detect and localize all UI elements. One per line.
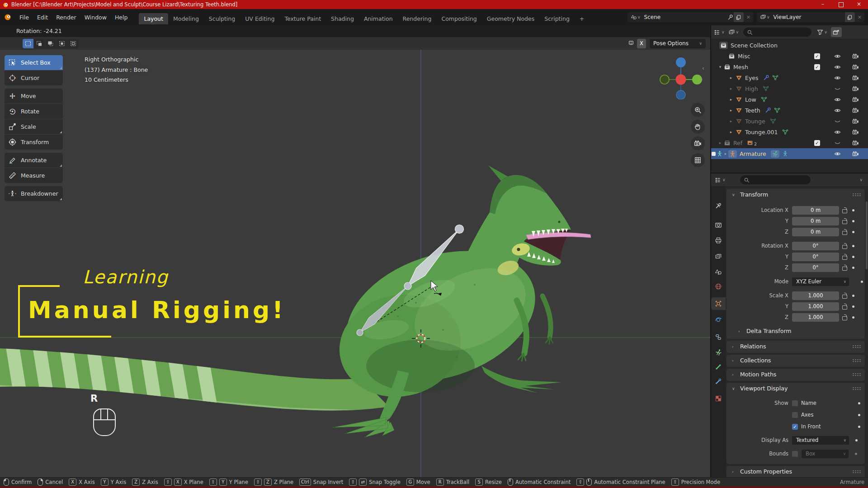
select-mode-invert-button[interactable] (57, 39, 67, 48)
tab-tool[interactable] (711, 200, 726, 212)
workspace-tab-compositing[interactable]: Compositing (436, 13, 481, 24)
menu-help[interactable]: Help (111, 13, 132, 22)
eye-icon[interactable] (834, 96, 841, 103)
expander-icon[interactable]: ▸ (723, 151, 728, 156)
tool-annotate[interactable]: Annotate (5, 153, 63, 168)
animate-dot[interactable] (852, 256, 854, 258)
camera-visibility-icon[interactable] (852, 75, 859, 81)
outliner-row-high[interactable]: ▸ High (711, 83, 868, 94)
tool-measure[interactable]: Measure (5, 168, 63, 183)
scale-y-field[interactable]: 1.000 (792, 302, 839, 311)
panel-grip-icon[interactable] (852, 359, 861, 362)
viewport-3d[interactable]: Right Orthographic (137) Armature : Bone… (0, 50, 710, 477)
lock-icon[interactable] (842, 254, 847, 260)
outliner-row-teeth[interactable]: ▸ Teeth (711, 105, 868, 116)
properties-options-chevron[interactable]: ∨ (859, 178, 863, 182)
animate-dot[interactable] (858, 426, 860, 428)
pose-options-dropdown[interactable]: Pose Options∨ (650, 39, 706, 48)
expander-icon[interactable]: ▸ (728, 119, 734, 123)
properties-search-input[interactable] (740, 175, 811, 184)
location-x-field[interactable]: 0 m (792, 206, 839, 215)
tool-move[interactable]: Move (5, 89, 63, 103)
animate-dot[interactable] (852, 220, 854, 222)
animate-dot[interactable] (852, 209, 854, 211)
animate-dot[interactable] (858, 402, 860, 404)
workspace-tab-geometry-nodes[interactable]: Geometry Nodes (482, 13, 539, 24)
animate-dot[interactable] (861, 281, 863, 283)
region-collapse-chevron[interactable]: ‹ (702, 65, 704, 71)
new-scene-button[interactable] (734, 12, 744, 22)
outliner-row-tounge[interactable]: ▸ Tounge (711, 116, 868, 127)
tab-output[interactable] (711, 234, 726, 247)
tool-transform[interactable]: Transform (5, 135, 63, 150)
eye-closed-icon[interactable] (834, 140, 841, 146)
menu-render[interactable]: Render (52, 13, 80, 22)
tab-render[interactable] (711, 219, 726, 231)
unlink-scene-button[interactable]: ✕ (744, 14, 753, 20)
outliner-row-misc[interactable]: Misc ✓ (711, 51, 868, 61)
animate-dot[interactable] (855, 453, 857, 455)
workspace-tab-modeling[interactable]: Modeling (168, 13, 204, 24)
camera-visibility-icon[interactable] (852, 107, 859, 114)
lock-icon[interactable] (842, 243, 847, 249)
animate-dot[interactable] (858, 414, 860, 416)
camera-visibility-icon[interactable] (852, 140, 859, 146)
outliner-search-input[interactable] (743, 28, 811, 37)
lock-icon[interactable] (842, 293, 847, 299)
new-view-layer-button[interactable] (845, 12, 855, 22)
tab-bone-constraints[interactable] (711, 375, 726, 388)
show-name-checkbox[interactable] (792, 400, 798, 406)
pin-icon[interactable] (727, 14, 734, 20)
camera-visibility-icon[interactable] (852, 96, 859, 103)
properties-scrollbar[interactable] (866, 202, 868, 269)
camera-visibility-icon[interactable] (852, 53, 859, 60)
rotation-y-field[interactable]: 0° (792, 253, 839, 261)
location-z-field[interactable]: 0 m (792, 228, 839, 236)
workspace-tab-animation[interactable]: Animation (359, 13, 398, 24)
tool-rotate[interactable]: Rotate (5, 104, 63, 119)
animate-dot[interactable] (852, 295, 854, 297)
eye-icon[interactable] (834, 75, 841, 81)
animate-dot[interactable] (855, 439, 858, 441)
eye-icon[interactable] (834, 107, 841, 114)
menu-edit[interactable]: Edit (33, 13, 52, 22)
tool-cursor[interactable]: Cursor (5, 70, 63, 85)
tab-object-constraints[interactable] (711, 331, 726, 343)
outliner-row-low[interactable]: ▸ Low (711, 94, 868, 105)
viewport-display-header[interactable]: ∨Viewport Display (726, 383, 865, 394)
view-layer-selector[interactable]: ∨ ViewLayer ✕ (757, 12, 864, 22)
scene-selector[interactable]: ∨ Scene ✕ (627, 12, 753, 22)
scale-z-field[interactable]: 1.000 (792, 313, 839, 322)
rotation-x-field[interactable]: 0° (792, 242, 839, 250)
tab-view-layer[interactable] (711, 250, 726, 263)
new-collection-button[interactable] (831, 27, 842, 37)
animate-dot[interactable] (852, 231, 854, 233)
scale-x-field[interactable]: 1.000 (792, 291, 839, 300)
relations-panel[interactable]: ›Relations (726, 341, 865, 353)
tool-select-box[interactable]: Select Box (5, 55, 63, 70)
tab-bone[interactable] (711, 361, 726, 373)
show-axes-checkbox[interactable] (792, 412, 798, 418)
display-as-dropdown[interactable]: Textured∨ (792, 436, 849, 445)
camera-visibility-icon[interactable] (852, 64, 859, 70)
eye-closed-icon[interactable] (834, 85, 841, 92)
select-mode-intersect-button[interactable] (68, 39, 79, 48)
outliner-filter-dropdown[interactable]: ∨ (817, 29, 827, 35)
collections-panel[interactable]: ›Collections (726, 355, 865, 367)
workspace-tab-uv-editing[interactable]: UV Editing (240, 13, 279, 24)
exclude-checkbox[interactable]: ✓ (814, 53, 820, 59)
tool-scale[interactable]: Scale (5, 119, 63, 134)
expander-icon[interactable]: ▸ (728, 130, 734, 134)
camera-visibility-icon[interactable] (852, 118, 859, 125)
bounds-checkbox[interactable] (792, 451, 798, 457)
x-mirror-butterfly-icon[interactable] (627, 40, 635, 47)
outliner-display-mode-dropdown[interactable]: ∨ (714, 29, 725, 36)
bounds-dropdown[interactable]: Box∨ (802, 450, 849, 458)
camera-visibility-icon[interactable] (852, 129, 859, 136)
close-button[interactable]: × (850, 0, 868, 9)
menu-file[interactable]: File (15, 13, 33, 22)
select-mode-new-button[interactable] (23, 39, 33, 48)
select-mode-subtract-button[interactable] (45, 39, 56, 48)
select-mode-extend-button[interactable] (34, 39, 45, 48)
exclude-checkbox[interactable]: ✓ (814, 140, 820, 146)
